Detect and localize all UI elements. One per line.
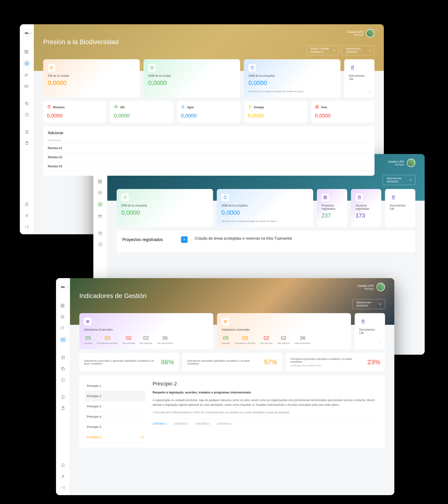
grid-icon[interactable] (24, 49, 29, 54)
card-icon[interactable] (60, 337, 66, 343)
user-icon[interactable] (24, 213, 30, 218)
stat-item: 02Não aplicável (277, 335, 290, 344)
proyectos-card[interactable]: Proyectos registrados 237 (317, 189, 347, 227)
svg-rect-35 (62, 356, 64, 359)
svg-rect-6 (26, 103, 28, 105)
year-selector[interactable]: Selecione Ano2020/2021 ▾ (342, 45, 375, 55)
projects-section: Proyectos registrados + Criação de áreas… (117, 231, 415, 252)
leaf-icon[interactable] (97, 201, 104, 208)
dmb-company-card[interactable]: DMB de la compañía 0,0000 30% deve ser n… (244, 59, 340, 97)
avatar[interactable] (366, 29, 375, 37)
chart-icon[interactable] (24, 60, 30, 67)
building-icon[interactable] (60, 463, 66, 468)
card-icon[interactable] (24, 84, 29, 89)
principle-item[interactable]: Princípio 2 (85, 391, 146, 401)
energia-card[interactable]: Energía 0,0000 (244, 101, 307, 123)
check-icon[interactable] (60, 355, 66, 360)
docs-card[interactable]: Documentos Life → (344, 59, 375, 97)
user-info[interactable]: Usuário LIFEManager (358, 283, 385, 291)
docs-card[interactable]: Documentos Life → (385, 189, 415, 227)
criteria-tab[interactable]: CRITÉRIO 1 (153, 422, 167, 425)
chevron-down-icon: ▾ (380, 303, 381, 306)
arrow-right-icon: → (368, 90, 371, 93)
logo[interactable]: life› (59, 283, 67, 291)
list-item[interactable]: Resíduo 01 (48, 144, 370, 153)
card-icon[interactable] (97, 213, 103, 219)
logout-icon[interactable] (24, 224, 30, 230)
clipboard-icon[interactable] (60, 406, 66, 411)
arrow-right-icon: → (378, 342, 381, 345)
save-icon (322, 194, 329, 201)
trash-icon (47, 105, 51, 110)
dpb-card[interactable]: DPB de la compañía 0,0000 (117, 189, 213, 227)
principle-item[interactable]: Princípio 3 (85, 401, 146, 412)
sidebar: life› (56, 278, 70, 495)
gei-card[interactable]: GEI 0,0000 (110, 101, 173, 123)
grid-icon[interactable] (60, 303, 65, 308)
logout-icon[interactable] (60, 485, 66, 490)
year-selector[interactable]: Selecione Ano2020/2021 ▾ (383, 175, 415, 185)
leaf-icon[interactable] (24, 72, 29, 78)
principle-item[interactable]: Princípio 1 (85, 381, 146, 391)
chart-icon[interactable] (60, 314, 65, 320)
stat-item: 36Não preenchidos (295, 335, 311, 344)
docs-card[interactable]: Documentos Life → (355, 313, 385, 349)
year-selector[interactable]: Selecione Ano2020/2021 ▾ (352, 299, 385, 309)
svg-point-44 (87, 321, 89, 322)
stat-item: 02Não atendido (123, 335, 135, 344)
leaf-icon[interactable] (60, 325, 65, 331)
area-card[interactable]: Área 0,0000 (311, 101, 375, 123)
add-button[interactable]: + (181, 236, 188, 243)
list-item[interactable]: Resíduo 02 (48, 153, 370, 162)
user-info[interactable]: Usuário LIFEManager (347, 29, 375, 37)
info-icon[interactable] (98, 242, 103, 247)
ipb-card[interactable]: IPB de la Unidad 0,0000 (43, 59, 140, 97)
general-card[interactable]: Indicadores Generales 05Atendido03Parcia… (217, 313, 351, 349)
avatar[interactable] (376, 283, 385, 291)
chevron-right-icon[interactable]: › (66, 285, 69, 289)
building-icon[interactable] (24, 202, 30, 207)
logo[interactable]: life› (23, 29, 31, 37)
leaf-icon (121, 194, 129, 201)
building-icon (221, 194, 229, 201)
copy-icon[interactable] (98, 231, 103, 236)
chevron-right-icon[interactable]: › (29, 31, 33, 35)
svg-rect-22 (98, 215, 102, 217)
criteria-tab[interactable]: CRITÉRIO 2 (174, 422, 189, 425)
doc-icon[interactable] (24, 129, 30, 135)
criteria-tab[interactable]: CRITÉRIO 3 (195, 422, 210, 425)
residuos-card[interactable]: Residuos 0,0000 (43, 101, 107, 123)
division-selector[interactable]: Divisão / UnidadeUnidade 01 ▾ (306, 45, 339, 55)
principle-item[interactable]: Princípio 5 (85, 422, 146, 432)
stat-item: 02Não atendido (260, 335, 273, 344)
stat-item: 03Parcialmente atendido (235, 335, 256, 344)
criteria-tab[interactable]: CRITÉRIO 4 (217, 422, 231, 425)
chart-icon[interactable] (97, 190, 103, 196)
essential-card[interactable]: Indicadores Esenciales 05Atendido03Parci… (79, 313, 213, 349)
svg-rect-26 (324, 196, 327, 199)
chevron-down-icon: ▾ (334, 49, 335, 52)
acciones-card[interactable]: Acciones registradas 173 (351, 189, 381, 227)
add-list-card: Adicionar Ocorrência Resíduo 01 Resíduo … (43, 126, 375, 176)
dmb-unit-card[interactable]: DMB de la Unidad 0,0000 (143, 59, 240, 97)
map-icon (315, 105, 319, 110)
list-item[interactable]: Resíduo 03 (48, 162, 370, 171)
document-icon (349, 64, 356, 72)
clipboard-icon[interactable] (24, 141, 30, 146)
copy-icon[interactable] (60, 366, 66, 372)
copy-icon[interactable] (24, 101, 30, 107)
agua-card[interactable]: Agua 0,0000 (177, 101, 240, 123)
avatar[interactable] (407, 159, 415, 167)
principle-item[interactable]: Princípio 4 (85, 412, 146, 422)
info-icon[interactable] (24, 112, 30, 118)
doc-icon[interactable] (60, 394, 66, 400)
briefcase-icon (148, 64, 156, 72)
briefcase-icon (48, 64, 55, 72)
user-icon[interactable] (60, 474, 66, 479)
principle-item[interactable]: Princípio 6⊘ (85, 432, 146, 442)
stat-item: 05Atendido (222, 335, 230, 344)
svg-point-46 (225, 321, 226, 322)
info-icon[interactable] (60, 377, 66, 383)
dmb-company-card[interactable]: DMB de la compañía 0,0000 30% deve ser n… (217, 189, 313, 227)
user-info[interactable]: Usuário LIFEManager (388, 159, 415, 167)
